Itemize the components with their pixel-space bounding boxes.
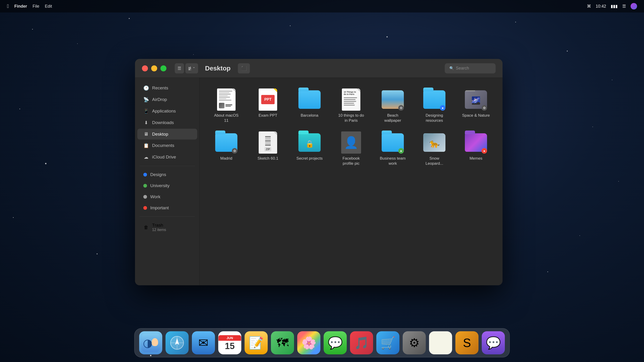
dock-app-photos[interactable]: 🌸	[297, 331, 320, 354]
sidebar-item-applications[interactable]: 📱 Applications	[137, 106, 197, 117]
dock-app-music[interactable]: 🎵	[350, 331, 373, 354]
recents-label: Recents	[152, 85, 168, 90]
calendar-date: 15	[225, 341, 234, 351]
downloads-label: Downloads	[152, 120, 174, 125]
desktop-label: Desktop	[152, 132, 168, 137]
menubar-edit[interactable]: Edit	[45, 4, 52, 9]
file-icon-sketch: ZIP	[256, 131, 280, 154]
finder-window: ☰ ⋭ ⌃ Desktop ⬛ 🔍 Search 🕐 Recents	[135, 59, 502, 285]
designs-label: Designs	[150, 172, 166, 177]
sidebar-tag-work[interactable]: Work	[137, 192, 197, 202]
grid-icon: ⋭	[188, 66, 192, 71]
chevron-up-icon: ⌃	[192, 66, 195, 70]
sidebar-item-downloads[interactable]: ⬇ Downloads	[137, 117, 197, 128]
file-icon-paris: 10 Things to do in Paris	[340, 88, 363, 111]
dock-app-system-preferences[interactable]: ⚙	[403, 331, 426, 354]
dock-app-appstore[interactable]: 🛒	[376, 331, 400, 354]
sidebar-item-documents[interactable]: 📋 Documents	[137, 140, 197, 151]
clock-icon: 🕐	[143, 85, 149, 91]
file-item-madrid[interactable]: ⚙ Madrid	[207, 128, 246, 168]
minimize-button[interactable]	[151, 65, 157, 71]
preview-button[interactable]: ⬛	[238, 63, 250, 73]
file-name-beach-wallpaper: Beach wallpaper	[379, 113, 406, 123]
person-silhouette-icon: 👤	[344, 136, 358, 149]
file-item-snow-leopard[interactable]: 🐆 Snow Leopard...	[415, 128, 454, 168]
file-item-designing-resources[interactable]: ● Designing resources	[415, 85, 454, 125]
file-item-secret-projects[interactable]: 🔒 Secret projects	[290, 128, 329, 168]
dock-app-safari[interactable]	[166, 331, 188, 354]
file-item-barcelona[interactable]: Barcelona	[290, 85, 329, 125]
sidebar-item-icloud[interactable]: ☁ iCloud Drive	[137, 152, 197, 163]
search-bar[interactable]: 🔍 Search	[445, 63, 496, 73]
file-item-memes[interactable]: ● Memes	[456, 128, 496, 168]
file-item-about-macos[interactable]: About macOS 11	[207, 85, 246, 125]
file-name-madrid: Madrid	[220, 156, 232, 161]
file-item-exam-ppt[interactable]: PPT Exam PPT	[248, 85, 288, 125]
dock-container: ✉ JUN 15 📝 🗺 🌸 💬 🎵 🛒 ⚙	[0, 328, 644, 358]
dock-app-finder[interactable]	[139, 331, 162, 354]
sidebar-tag-university[interactable]: University	[137, 180, 197, 191]
maps-icon: 🗺	[276, 336, 288, 350]
airdrop-label: AirDrop	[152, 97, 167, 102]
dock-app-notes2[interactable]	[429, 331, 452, 354]
file-name-business-team: Business team work	[379, 156, 406, 166]
dock-app-sketch[interactable]: S	[456, 331, 478, 354]
main-content: About macOS 11 PPT Exam PPT	[200, 78, 502, 285]
university-tag-dot	[143, 184, 147, 188]
messages-icon: 💬	[328, 336, 343, 350]
file-name-secret-projects: Secret projects	[296, 156, 322, 161]
mail-icon: ✉	[198, 336, 208, 350]
dock-app-messages[interactable]: 💬	[324, 331, 347, 354]
menubar-finder[interactable]: Finder	[14, 4, 27, 9]
downloads-icon: ⬇	[143, 120, 149, 125]
sidebar-divider-2	[140, 216, 195, 217]
menubar-file[interactable]: File	[32, 4, 39, 9]
file-item-business-team[interactable]: ● Business team work	[373, 128, 412, 168]
dock-app-notes[interactable]: 📝	[244, 331, 268, 354]
sidebar-tag-important[interactable]: Important	[137, 203, 197, 213]
beach-badge: ⚙	[398, 105, 404, 111]
sidebar-item-airdrop[interactable]: 📡 AirDrop	[137, 94, 197, 105]
siri-icon[interactable]	[630, 3, 637, 9]
sidebar-item-recents[interactable]: 🕐 Recents	[137, 82, 197, 94]
file-item-beach-wallpaper[interactable]: ⚙ Beach wallpaper	[373, 85, 412, 125]
close-button[interactable]	[142, 65, 148, 71]
maximize-button[interactable]	[160, 65, 166, 71]
file-grid: About macOS 11 PPT Exam PPT	[207, 85, 496, 168]
toolbar-buttons: ☰ ⋭ ⌃	[175, 63, 198, 73]
sidebar-divider-1	[140, 166, 195, 166]
dock-app-calendar[interactable]: JUN 15	[218, 331, 241, 354]
file-icon-secret-projects: 🔒	[298, 131, 321, 154]
control-center-icon[interactable]: ☰	[622, 4, 626, 9]
dock-app-messenger[interactable]: 💬	[482, 331, 505, 354]
file-name-barcelona: Barcelona	[301, 113, 318, 118]
dock-app-maps[interactable]: 🗺	[271, 331, 294, 354]
important-label: Important	[150, 205, 169, 210]
icloud-icon: ☁	[143, 154, 149, 160]
music-icon: 🎵	[354, 336, 369, 350]
dock-app-mail[interactable]: ✉	[192, 331, 215, 354]
file-icon-barcelona	[298, 88, 321, 111]
designing-badge: ●	[440, 105, 446, 111]
file-item-paris[interactable]: 10 Things to do in Paris 10 things to do…	[332, 85, 371, 125]
sidebar-favorites: 🕐 Recents 📡 AirDrop 📱 Applications ⬇ Dow…	[135, 82, 200, 163]
list-view-button[interactable]: ☰	[175, 63, 184, 73]
file-name-exam-ppt: Exam PPT	[258, 113, 277, 118]
file-icon-designing-resources: ●	[423, 88, 446, 111]
file-item-facebook-profile[interactable]: 👤 Facebook profile pic	[332, 128, 371, 168]
grid-view-button[interactable]: ⋭ ⌃	[186, 63, 198, 73]
sidebar-item-desktop[interactable]: 🖥 Desktop	[137, 129, 197, 140]
work-label: Work	[150, 194, 160, 199]
menubar-right: ⌘ 10:42 ▮▮▮ ☰	[587, 3, 637, 9]
space-badge: ⚙	[482, 105, 487, 111]
file-item-space-nature[interactable]: 🌌 ⚙ Space & Nature	[456, 85, 496, 125]
sidebar-trash[interactable]: 🗑 Trash 12 items	[137, 220, 197, 235]
file-icon-beach-wallpaper: ⚙	[381, 88, 404, 111]
sidebar-tag-designs[interactable]: Designs	[137, 169, 197, 180]
file-item-sketch[interactable]: ZIP Sketch 60.1	[248, 128, 288, 168]
search-placeholder: Search	[456, 66, 469, 71]
file-icon-memes: ●	[464, 131, 488, 154]
file-name-sketch: Sketch 60.1	[258, 156, 278, 161]
apple-menu-icon[interactable]: 	[7, 3, 9, 9]
titlebar: ☰ ⋭ ⌃ Desktop ⬛ 🔍 Search	[135, 59, 502, 78]
